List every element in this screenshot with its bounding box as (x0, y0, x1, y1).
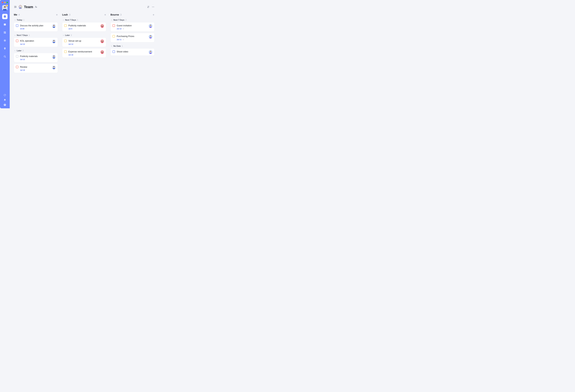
svg-point-26 (154, 7, 154, 7)
task-meta: Jul 10 (117, 28, 147, 30)
task-assignee-avatar[interactable] (100, 39, 104, 43)
close-window-button[interactable] (2, 2, 3, 3)
task-card[interactable]: Purchasing Prizes Jul 11 (111, 33, 154, 42)
sort-icon (147, 6, 150, 8)
board-column: Bourne 3 + Next 7 Days 2 Guest invitatio… (111, 13, 154, 75)
task-title: Venue set-up (68, 39, 99, 42)
group-header[interactable]: Next 7 Days 1 (14, 34, 58, 38)
add-task-button[interactable]: + (153, 13, 154, 16)
task-card[interactable]: KOL operation Jul 10 (14, 38, 58, 47)
task-card[interactable]: Discuss the activity plan 15:00 (14, 22, 58, 32)
task-checkbox[interactable] (16, 66, 18, 68)
task-assignee-avatar[interactable] (100, 24, 104, 28)
column-name: Leah (62, 13, 68, 16)
task-assignee-avatar[interactable] (52, 66, 56, 69)
share-button[interactable] (35, 6, 37, 8)
task-title: Shoot video (117, 50, 147, 53)
task-checkbox[interactable] (16, 55, 18, 58)
task-checkbox[interactable] (64, 24, 67, 27)
nav-apps[interactable] (2, 30, 7, 35)
svg-point-23 (35, 6, 36, 7)
more-button[interactable] (152, 6, 154, 8)
task-checkbox[interactable] (113, 50, 115, 53)
task-title: Publicity materials (68, 24, 99, 27)
task-card[interactable]: Shoot video (111, 48, 154, 56)
nav-sync[interactable] (3, 94, 6, 96)
column-header: Me 4 + (14, 13, 58, 16)
task-checkbox[interactable] (113, 35, 115, 38)
nav-focus[interactable] (2, 38, 7, 43)
chevron-down-icon (14, 19, 16, 21)
task-assignee-avatar[interactable] (149, 50, 152, 54)
column-name: Me (14, 13, 17, 16)
task-card[interactable]: Publicity materials Jul 6 (62, 22, 106, 32)
group-count: 2 (125, 19, 126, 21)
chevron-down-icon (63, 19, 64, 21)
pin-icon (3, 47, 6, 50)
checkbox-icon (3, 15, 6, 18)
target-icon (3, 39, 6, 42)
toggle-sidebar-button[interactable] (14, 5, 17, 8)
page-title: Team (24, 5, 33, 9)
svg-rect-10 (5, 32, 6, 32)
task-checkbox[interactable] (16, 24, 18, 27)
task-assignee-avatar[interactable] (149, 24, 152, 28)
task-group: Later 2 Publicity materials Jul 12 Revie… (14, 49, 58, 73)
add-task-button[interactable]: + (104, 13, 106, 16)
nav-help[interactable] (3, 103, 6, 106)
chevron-down-icon (63, 35, 64, 36)
user-avatar[interactable] (2, 5, 7, 10)
task-checkbox[interactable] (64, 40, 67, 42)
task-checkbox[interactable] (16, 40, 18, 42)
task-group: Today 1 Discuss the activity plan 15:00 (14, 19, 58, 32)
task-card[interactable]: Guest invitation Jul 10 (111, 22, 154, 32)
nav-tasks[interactable] (2, 14, 7, 19)
group-header[interactable]: Later 2 (14, 49, 58, 53)
nav-calendar[interactable] (2, 22, 7, 27)
main-content: 🎡 Team Me 4 + Today 1 (10, 0, 159, 108)
svg-line-17 (5, 57, 6, 58)
svg-rect-6 (4, 24, 6, 24)
group-header[interactable]: Later 2 (62, 34, 106, 38)
task-title: KOL operation (20, 39, 50, 42)
menu-icon (14, 5, 17, 8)
task-assignee-avatar[interactable] (52, 55, 56, 58)
sort-button[interactable] (147, 6, 150, 8)
search-icon (3, 55, 6, 58)
svg-rect-9 (4, 32, 5, 32)
alarm-icon (122, 28, 124, 30)
task-card[interactable]: Publicity materials Jul 12 (14, 53, 58, 62)
group-label: Next 7 Days (65, 19, 76, 21)
svg-point-14 (4, 40, 5, 41)
group-header[interactable]: Today 1 (14, 19, 58, 22)
task-card[interactable]: Review Jul 19 (14, 64, 58, 73)
board-column: Leah 3 + Next 7 Days 1 Publicity materia… (62, 13, 106, 75)
nav-search[interactable] (2, 54, 7, 59)
bell-icon (3, 99, 6, 101)
group-header[interactable]: No Date 1 (111, 45, 154, 48)
group-header[interactable]: Next 7 Days 1 (62, 19, 106, 22)
task-checkbox[interactable] (64, 50, 67, 53)
task-assignee-avatar[interactable] (52, 24, 56, 28)
group-count: 2 (71, 34, 72, 36)
chevron-down-icon (111, 45, 112, 47)
nav-location[interactable] (2, 46, 7, 51)
chevron-down-icon (14, 35, 16, 36)
svg-rect-7 (4, 23, 4, 24)
maximize-window-button[interactable] (6, 2, 8, 3)
svg-point-15 (5, 48, 5, 48)
alarm-icon (122, 39, 124, 40)
minimize-window-button[interactable] (4, 2, 6, 3)
task-assignee-avatar[interactable] (100, 50, 104, 54)
task-assignee-avatar[interactable] (52, 39, 56, 43)
task-meta: Jul 10 (20, 43, 50, 45)
task-card[interactable]: Expense reimbursement Jul 18 (62, 48, 106, 58)
add-task-button[interactable]: + (56, 13, 58, 16)
task-checkbox[interactable] (113, 24, 115, 27)
svg-rect-8 (5, 23, 5, 24)
task-meta: Jul 12 (20, 58, 50, 60)
task-card[interactable]: Venue set-up Jul 14 (62, 38, 106, 47)
task-assignee-avatar[interactable] (149, 35, 152, 39)
group-header[interactable]: Next 7 Days 2 (111, 19, 154, 22)
nav-notifications[interactable] (3, 99, 6, 101)
